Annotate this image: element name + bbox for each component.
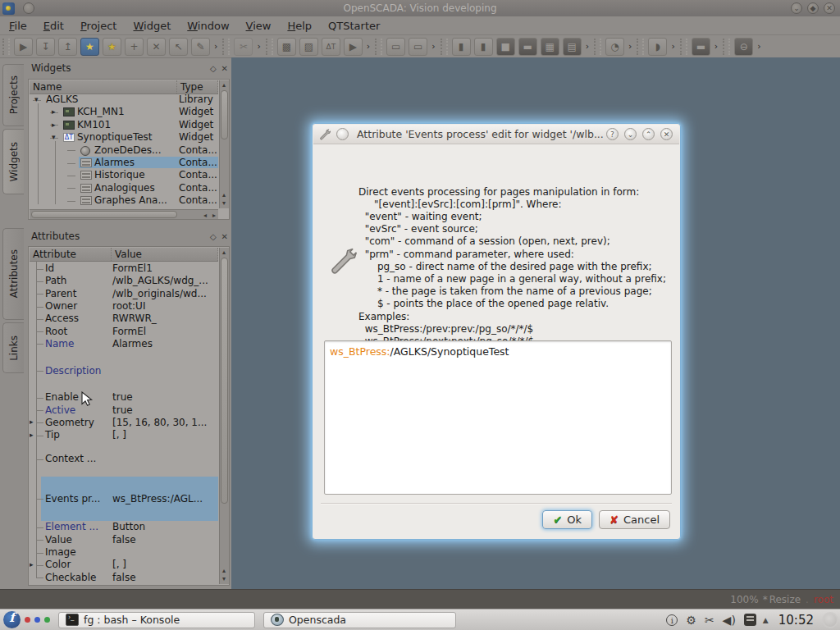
new-widget-library-icon[interactable]: ★ <box>80 38 99 56</box>
dialog-menu-button[interactable] <box>336 128 349 140</box>
db-load-icon[interactable]: ↧ <box>36 38 55 56</box>
column-name[interactable]: Name <box>30 80 177 94</box>
dock-tab-links[interactable]: Links <box>2 322 24 373</box>
widget-properties-icon[interactable]: ↖ <box>169 38 188 56</box>
dock-tab-projects[interactable]: Projects <box>2 64 24 126</box>
window-maximize-button[interactable]: ◆ <box>807 2 819 14</box>
attributes-panel-close-button[interactable]: ✕ <box>221 232 228 241</box>
new-widget-icon[interactable]: ★ <box>103 38 121 56</box>
menu-item-project[interactable]: Project <box>73 18 125 34</box>
attribute-row[interactable]: Checkablefalse <box>30 572 218 584</box>
tray-expand-icon[interactable]: ▲ <box>763 616 769 624</box>
attribute-row[interactable]: Path/wlb_AGLKS/wdg_... <box>30 275 218 287</box>
widgets-panel-float-button[interactable]: ◇ <box>210 64 217 73</box>
attribute-row[interactable]: Ownerroot:UI <box>30 300 218 313</box>
widget-edit-icon[interactable]: ✎ <box>191 38 210 56</box>
expander-closed-icon[interactable]: ▸ <box>30 560 34 568</box>
tree-row[interactable]: ▸KCH_MN1Widget <box>30 106 218 118</box>
attribute-row[interactable]: IdFormEl1 <box>30 262 218 275</box>
pager-dot-blue[interactable] <box>34 617 40 623</box>
column-value[interactable]: Value <box>112 248 218 261</box>
clipboard-tray-icon[interactable] <box>744 614 756 626</box>
palette-vbar2-icon[interactable]: ▮ <box>474 38 493 56</box>
tree-row[interactable]: Graphes Ana...Conta... <box>30 194 218 207</box>
expander-open-icon[interactable]: ▾ <box>52 133 56 141</box>
palette-diagram-values-icon[interactable]: ΔT <box>322 38 340 56</box>
attribute-row[interactable]: AccessRWRWR_ <box>30 313 218 325</box>
attribute-row[interactable]: Image <box>30 546 218 559</box>
window-minimize-button[interactable]: ⌄ <box>791 2 802 14</box>
scissors-tray-icon[interactable]: ✂ <box>705 614 714 626</box>
dock-tab-attributes[interactable]: Attributes <box>2 228 24 320</box>
menu-item-view[interactable]: View <box>239 18 279 34</box>
toolbar-extend-chevron[interactable]: › <box>367 41 370 52</box>
menu-item-file[interactable]: File <box>2 18 34 34</box>
taskbar-task-oscada[interactable]: Openscada <box>263 612 456 628</box>
settings-tray-icon[interactable]: ⚙ <box>686 614 696 626</box>
attribute-row[interactable]: ▸Color[, ] <box>30 559 218 571</box>
palette-pill-icon[interactable]: ▬ <box>692 38 710 56</box>
tree-row[interactable]: ▸KM101Widget <box>30 119 218 131</box>
menu-item-help[interactable]: Help <box>280 18 319 34</box>
palette-vbar-icon[interactable]: ▮ <box>452 38 471 56</box>
info-tray-icon[interactable]: i <box>666 614 678 626</box>
tree-row[interactable]: AnalogiquesConta... <box>30 182 218 194</box>
attribute-row[interactable]: RootFormEl <box>30 326 218 338</box>
palette-grid-icon[interactable]: ▦ <box>541 38 559 56</box>
menu-item-window[interactable]: Window <box>180 18 236 34</box>
attribute-row[interactable]: ▸Tip[, ] <box>30 429 218 441</box>
palette-stop-icon[interactable]: ⊖ <box>734 38 753 56</box>
toolbar-extend-chevron[interactable]: › <box>714 41 718 52</box>
tree-row[interactable]: ▾ΔTSynoptiqueTestWidget <box>30 131 218 144</box>
expander-closed-icon[interactable]: ▸ <box>30 431 34 439</box>
attribute-row[interactable]: Description <box>30 350 218 391</box>
attribute-row[interactable]: Activetrue <box>30 404 218 416</box>
add-widget-icon[interactable]: + <box>125 38 144 56</box>
dialog-titlebar[interactable]: Attribute 'Events process' edit for widg… <box>313 125 679 144</box>
taskbar-task-konsole[interactable]: fg : bash – Konsole <box>58 612 255 628</box>
toolbar-extend-chevron[interactable]: › <box>757 41 760 52</box>
toolbar-extend-chevron[interactable]: › <box>214 41 217 52</box>
attribute-row[interactable]: Parent/wlb_originals/wd... <box>30 288 218 300</box>
pager-dot-red[interactable] <box>25 617 30 623</box>
pager-dot-green[interactable] <box>44 617 50 623</box>
dialog-help-button[interactable]: ? <box>606 128 619 140</box>
volume-tray-icon[interactable]: ◀) <box>723 614 736 626</box>
cancel-button[interactable]: ✘ Cancel <box>599 510 670 529</box>
run-execution-icon[interactable]: ▶ <box>14 38 33 56</box>
attribute-row[interactable]: Events pr...ws_BtPress:/AGL... <box>30 477 218 521</box>
tree-row[interactable]: HistoriqueConta... <box>30 169 218 181</box>
menu-item-widget[interactable]: Widget <box>126 18 178 34</box>
column-type[interactable]: Type <box>177 80 218 94</box>
palette-window2-icon[interactable]: ▭ <box>409 38 427 56</box>
ok-button[interactable]: ✔ Ok <box>542 510 592 529</box>
panel-toolbox-icon[interactable] <box>822 612 838 628</box>
menu-item-edit[interactable]: Edit <box>36 18 71 34</box>
palette-curve-icon[interactable]: ◗ <box>648 38 667 56</box>
expander-closed-icon[interactable]: ▸ <box>30 418 34 426</box>
toolbar-extend-chevron[interactable]: › <box>586 41 589 52</box>
toolbar-extend-chevron[interactable]: › <box>628 41 632 52</box>
widgets-panel-close-button[interactable]: ✕ <box>221 64 228 73</box>
tree-row[interactable]: ZoneDeDes...Conta... <box>30 144 218 157</box>
attributes-panel-float-button[interactable]: ◇ <box>210 232 217 241</box>
dock-tab-widgets[interactable]: Widgets <box>2 129 24 194</box>
palette-run-icon[interactable]: ▶ <box>344 38 363 56</box>
palette-whistle-icon[interactable]: ◔ <box>605 38 624 56</box>
widgets-tree-hscrollbar[interactable]: ◂ ▸ <box>30 209 218 219</box>
tree-row[interactable]: AlarmesConta... <box>30 157 218 169</box>
column-attribute[interactable]: Attribute <box>30 248 112 261</box>
palette-strip-icon[interactable]: ▬ <box>518 38 537 56</box>
expander-closed-icon[interactable]: ▸ <box>52 107 56 116</box>
expander-closed-icon[interactable]: ▸ <box>52 121 56 129</box>
attributes-table-header[interactable]: Attribute Value <box>30 248 218 262</box>
palette-elfigure-icon[interactable]: ▩ <box>277 38 296 56</box>
dialog-close-button[interactable]: ✕ <box>660 128 673 140</box>
palette-box-icon[interactable]: ■ <box>496 38 515 56</box>
attributes-vscrollbar[interactable]: ▴ ▴ ▾ <box>219 248 229 584</box>
widgets-tree-vscrollbar[interactable]: ▴ ▴ ▾ <box>219 80 229 208</box>
toolbar-extend-chevron[interactable]: › <box>671 41 674 52</box>
palette-media-icon[interactable]: ▨ <box>299 38 318 56</box>
attribute-row[interactable]: Enabletrue <box>30 391 218 404</box>
db-save-icon[interactable]: ↥ <box>58 38 77 56</box>
